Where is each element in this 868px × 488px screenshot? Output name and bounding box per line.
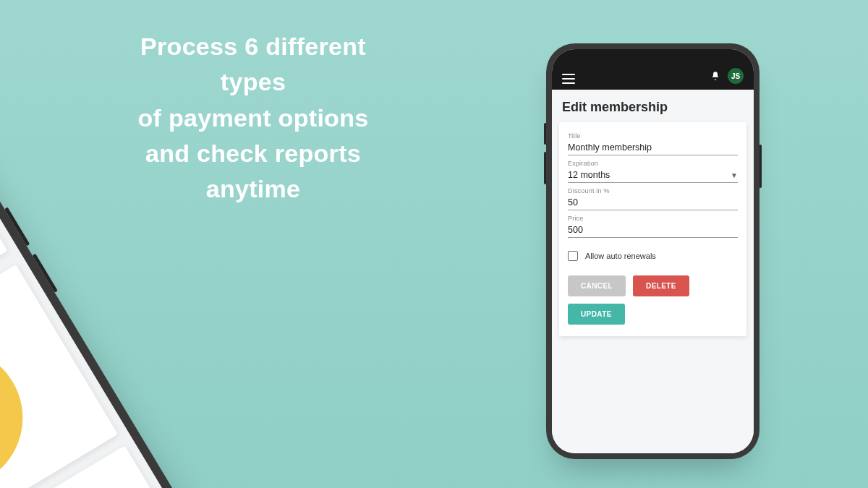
auto-renewals-label: Allow auto renewals (585, 252, 656, 260)
field-discount: Discount in % 50 (568, 187, 738, 210)
screen-body: Edit membership Title Monthly membership… (552, 90, 754, 453)
button-row-2: UPDATE (568, 304, 738, 325)
expiration-select[interactable]: 12 months ▼ (568, 167, 738, 183)
field-label: Expiration (568, 160, 738, 167)
phone-frame: JS Edit membership Title Monthly members… (546, 43, 760, 459)
phone-notch (603, 49, 704, 67)
donut-chart (0, 304, 67, 488)
auto-renewals-checkbox[interactable] (568, 251, 578, 261)
donut-segment-yellow (0, 341, 30, 488)
headline-line: of payment options (80, 100, 427, 136)
page-title: Edit membership (559, 98, 746, 122)
marketing-headline: Process 6 different types of payment opt… (80, 29, 427, 207)
headline-line: Process 6 different (80, 29, 427, 64)
headline-line: and check reports (80, 136, 427, 171)
chevron-down-icon: ▼ (731, 171, 738, 179)
button-row: CANCEL DELETE (568, 275, 738, 296)
menu-icon[interactable] (562, 74, 575, 84)
phone-right: JS Edit membership Title Monthly members… (546, 43, 760, 459)
field-label: Title (568, 132, 738, 140)
field-expiration: Expiration 12 months ▼ (568, 160, 738, 183)
field-label: Price (568, 215, 738, 222)
topbar-right: JS (710, 68, 744, 84)
cancel-button[interactable]: CANCEL (568, 275, 626, 296)
donut-chart-card (0, 265, 118, 488)
phone-screen: JS Edit membership Title Monthly members… (552, 49, 754, 453)
update-button[interactable]: UPDATE (568, 304, 625, 325)
field-value-text: 50 (568, 197, 578, 207)
avatar[interactable]: JS (728, 68, 744, 84)
field-value-text: Monthly membership (568, 142, 652, 153)
price-input[interactable]: 500 (568, 222, 738, 238)
delete-button[interactable]: DELETE (633, 275, 689, 296)
auto-renewals-row: Allow auto renewals (568, 242, 738, 265)
field-title: Title Monthly membership (568, 132, 738, 155)
headline-line: anytime (80, 171, 427, 207)
field-value-text: 12 months (568, 170, 610, 180)
field-label: Discount in % (568, 187, 738, 194)
avatar-initials: JS (731, 72, 740, 80)
discount-input[interactable]: 50 (568, 194, 738, 210)
field-value-text: 500 (568, 225, 583, 235)
screen-body: TRAINERS ‹ › (0, 173, 242, 488)
field-price: Price 500 (568, 215, 738, 238)
headline-line: types (80, 64, 427, 100)
title-input[interactable]: Monthly membership (568, 140, 738, 155)
edit-membership-card: Title Monthly membership Expiration 12 m… (559, 122, 746, 336)
notifications-icon[interactable] (710, 71, 720, 81)
